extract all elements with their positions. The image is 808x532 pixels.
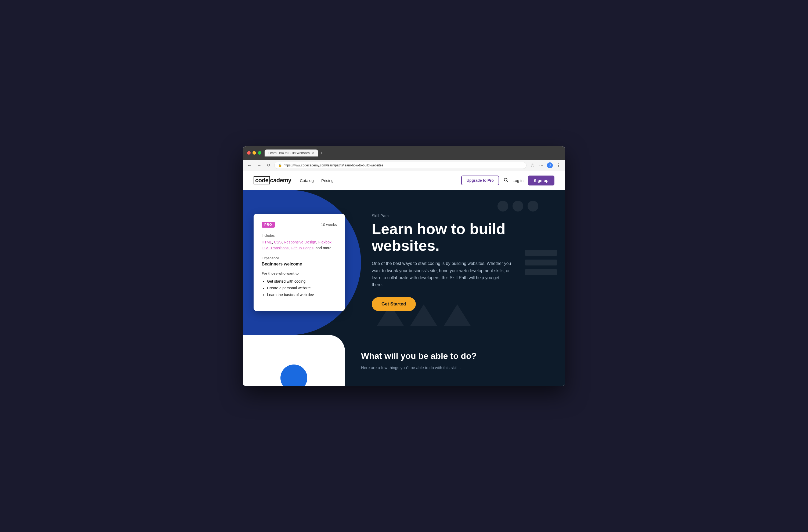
reload-btn[interactable]: ↻ xyxy=(265,162,272,168)
forward-btn[interactable]: → xyxy=(256,163,263,168)
close-window-btn[interactable] xyxy=(247,151,251,155)
catalog-link[interactable]: Catalog xyxy=(300,178,314,183)
below-hero-inner: What will you be able to do? Here are a … xyxy=(243,335,565,386)
active-tab[interactable]: Learn How to Build Websites ✕ xyxy=(264,150,318,156)
tab-title: Learn How to Build Websites xyxy=(268,151,310,155)
signup-btn[interactable]: Sign up xyxy=(528,175,554,186)
hero-title-line1: Learn how to build xyxy=(372,221,506,237)
goal-1: Get started with coding xyxy=(267,278,337,285)
card-header: PRO _ 10 weeks xyxy=(262,222,337,228)
hero-card-container: PRO _ 10 weeks Includes HTML, CSS, Respo… xyxy=(243,190,356,335)
card-goals-section: For those who want to Get started with c… xyxy=(262,271,337,299)
page-content: codecademy Catalog Pricing Upgrade to Pr… xyxy=(243,171,565,386)
hero-description: One of the best ways to start coding is … xyxy=(372,260,511,288)
upgrade-pro-btn[interactable]: Upgrade to Pro xyxy=(461,175,499,185)
course-card: PRO _ 10 weeks Includes HTML, CSS, Respo… xyxy=(254,214,345,311)
section-title: What will you be able to do? xyxy=(361,351,549,361)
profile-btn[interactable]: J xyxy=(547,163,553,168)
address-bar[interactable]: 🔒 https://www.codecademy.com/learn/paths… xyxy=(274,162,527,169)
below-right-section: What will you be able to do? Here are a … xyxy=(345,335,565,386)
pricing-link[interactable]: Pricing xyxy=(321,178,334,183)
below-hero: What will you be able to do? Here are a … xyxy=(243,335,565,386)
skill-path-label: Skill Path xyxy=(372,214,549,218)
pro-badge-container: PRO _ xyxy=(262,222,279,228)
browser-toolbar: ← → ↻ 🔒 https://www.codecademy.com/learn… xyxy=(243,160,565,171)
search-icon xyxy=(503,177,508,182)
bookmark-btn[interactable]: ☆ xyxy=(529,162,536,168)
toolbar-actions: ☆ ⋯ J ⋮ xyxy=(529,162,562,168)
logo[interactable]: codecademy xyxy=(254,177,291,184)
weeks-label: 10 weeks xyxy=(321,223,337,227)
get-started-btn[interactable]: Get Started xyxy=(372,297,416,311)
lock-icon: 🔒 xyxy=(278,164,282,167)
pro-badge: PRO xyxy=(262,222,275,228)
search-btn[interactable] xyxy=(503,177,508,184)
maximize-window-btn[interactable] xyxy=(258,151,261,155)
logo-code-part: code xyxy=(254,176,270,184)
goal-3: Learn the basics of web dev xyxy=(267,291,337,298)
site-nav: codecademy Catalog Pricing Upgrade to Pr… xyxy=(243,171,565,190)
nav-right: Upgrade to Pro Log in Sign up xyxy=(461,175,554,186)
experience-value: Beginners welcome xyxy=(262,262,337,267)
topic-flexbox[interactable]: Flexbox xyxy=(318,240,331,244)
back-btn[interactable]: ← xyxy=(246,163,253,168)
new-tab-btn[interactable]: + xyxy=(320,151,323,155)
traffic-lights xyxy=(247,151,261,155)
card-experience-section: Experience Beginners welcome xyxy=(262,256,337,267)
extensions-btn[interactable]: ⋯ xyxy=(538,162,545,168)
section-subtitle: Here are a few things you'll be able to … xyxy=(361,365,549,370)
topic-css-transitions[interactable]: CSS Transitions xyxy=(262,246,289,250)
goals-list: Get started with coding Create a persona… xyxy=(262,278,337,299)
svg-line-1 xyxy=(507,180,508,182)
logo-text: codecademy xyxy=(254,177,291,184)
login-btn[interactable]: Log in xyxy=(513,178,524,183)
hero-title: Learn how to build websites. xyxy=(372,221,549,254)
card-includes-section: Includes HTML, CSS, Responsive Design, F… xyxy=(262,233,337,251)
includes-label: Includes xyxy=(262,233,337,238)
topic-css[interactable]: CSS xyxy=(274,240,282,244)
topic-html[interactable]: HTML xyxy=(262,240,272,244)
nav-links: Catalog Pricing xyxy=(300,178,334,183)
hero-title-line2: websites. xyxy=(372,237,439,254)
goals-label: For those who want to xyxy=(262,271,337,276)
tab-bar: Learn How to Build Websites ✕ + xyxy=(264,150,561,156)
experience-label: Experience xyxy=(262,256,337,260)
goal-2: Create a personal website xyxy=(267,285,337,291)
card-topics: HTML, CSS, Responsive Design, Flexbox, C… xyxy=(262,239,337,251)
below-left-white xyxy=(243,335,345,386)
tab-close-btn[interactable]: ✕ xyxy=(312,151,314,155)
below-blue-circle xyxy=(280,364,307,386)
minimize-window-btn[interactable] xyxy=(253,151,256,155)
topics-more: and more... xyxy=(316,246,335,250)
browser-window: Learn How to Build Websites ✕ + ← → ↻ 🔒 … xyxy=(243,146,565,386)
topic-github-pages[interactable]: Github Pages xyxy=(291,246,313,250)
topic-responsive-design[interactable]: Responsive Design xyxy=(284,240,316,244)
hero-right: Skill Path Learn how to build websites. … xyxy=(356,190,565,335)
menu-btn[interactable]: ⋮ xyxy=(555,162,562,168)
browser-titlebar: Learn How to Build Websites ✕ + xyxy=(243,146,565,160)
hero-section: PRO _ 10 weeks Includes HTML, CSS, Respo… xyxy=(243,190,565,335)
url-text: https://www.codecademy.com/learn/paths/l… xyxy=(284,164,383,167)
